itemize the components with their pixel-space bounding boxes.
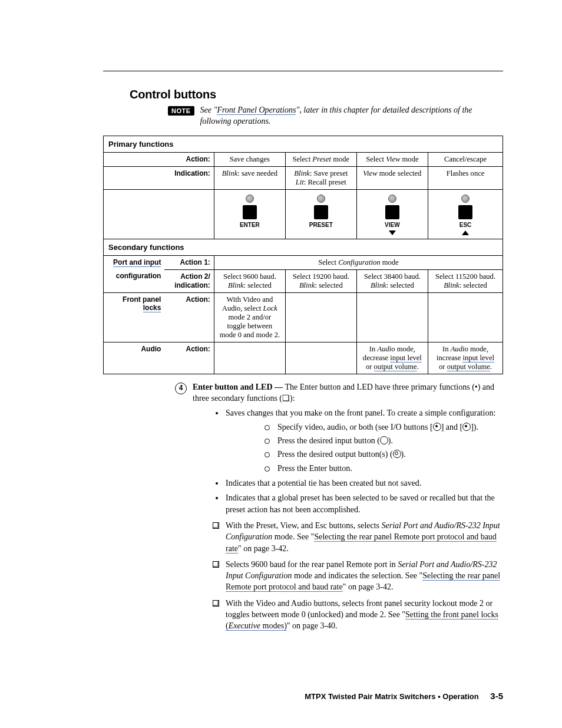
- note-text: See "Front Panel Operations", later in t…: [200, 105, 503, 127]
- sq-locks: With the Video and Audio buttons, select…: [224, 598, 503, 632]
- io-button-7-icon[interactable]: [462, 423, 471, 431]
- step-output: Press the desired output button(s) ().: [275, 449, 503, 460]
- top-rule: [103, 71, 503, 71]
- primary-action-enter: Save changes: [214, 152, 285, 166]
- bullet-save: Saves changes that you make on the front…: [224, 407, 503, 474]
- secondary-action1: Select Configuration mode: [214, 255, 503, 269]
- output-button-icon[interactable]: [393, 450, 401, 458]
- page: Control buttons NOTE See "Front Panel Op…: [0, 0, 562, 728]
- note-link[interactable]: Front Panel Operations: [217, 106, 296, 115]
- bullet-global-preset: Indicates that a global preset has been …: [224, 492, 503, 515]
- action2-label: Action 2/indication:: [164, 269, 214, 292]
- step-input: Press the desired input button ().: [275, 435, 503, 446]
- led-icon: [461, 195, 470, 203]
- action-label: Action:: [164, 152, 214, 166]
- primary-action-view: Select View mode: [356, 152, 428, 166]
- indication-label: Indication:: [164, 166, 214, 189]
- locks-action: With Video andAudio, select Lockmode 2 a…: [214, 292, 285, 342]
- front-panel-locks-label: Front panellocks: [104, 292, 165, 342]
- audio-esc-action: In Audio mode,increase input levelor out…: [428, 342, 503, 374]
- button-preset: PRESET: [285, 189, 356, 239]
- secondary-functions-header: Secondary functions: [104, 239, 503, 255]
- button-enter: ENTER: [214, 189, 285, 239]
- key-icon: [385, 205, 399, 219]
- audio-label: Audio: [104, 342, 165, 374]
- functions-table: Primary functions Action: Save changes S…: [103, 136, 503, 374]
- button-view: VIEW: [356, 189, 428, 239]
- step-enter: Press the Enter button.: [275, 463, 503, 474]
- item-number: 4: [175, 383, 187, 394]
- primary-bullets: Saves changes that you make on the front…: [193, 407, 503, 515]
- button-esc: ESC: [428, 189, 503, 239]
- primary-action-esc: Cancel/escape: [428, 152, 503, 166]
- audio-view-action: In Audio mode,decrease input levelor out…: [356, 342, 428, 374]
- key-icon: [243, 205, 257, 219]
- key-icon: [314, 205, 328, 219]
- io-button-6-icon[interactable]: [433, 423, 441, 431]
- note-badge: NOTE: [168, 106, 194, 116]
- sq-9600-baud: Selects 9600 baud for the rear panel Rem…: [224, 559, 503, 593]
- note: NOTE See "Front Panel Operations", later…: [168, 105, 503, 127]
- sub-steps: Specify video, audio, or both (see I/O b…: [226, 421, 503, 474]
- configuration-label: configuration: [104, 269, 165, 292]
- page-number: 3-5: [490, 691, 503, 701]
- port-input-label: Port and input: [104, 255, 165, 269]
- item-4: 4 Enter button and LED — The Enter butto…: [175, 381, 503, 637]
- baud-38400: Select 38400 baud.Blink: selected: [356, 269, 428, 292]
- footer: MTPX Twisted Pair Matrix Switchers • Ope…: [305, 691, 503, 701]
- primary-ind-preset: Blink: Save presetLit: Recall preset: [285, 166, 356, 189]
- primary-ind-enter: Blink: save needed: [214, 166, 285, 189]
- bullet-potential-tie: Indicates that a potential tie has been …: [224, 477, 503, 489]
- input-button-icon[interactable]: [380, 436, 388, 444]
- baud-19200: Select 19200 baud.Blink: selected: [285, 269, 356, 292]
- led-icon: [317, 195, 325, 203]
- section-heading: Control buttons: [130, 88, 503, 101]
- action1-label: Action 1:: [164, 255, 214, 269]
- baud-115200: Select 115200 baud.Blink: selected: [428, 269, 503, 292]
- secondary-bullets: With the Preset, View, and Esc buttons, …: [193, 520, 503, 632]
- item-lead: Enter button and LED —: [193, 383, 285, 391]
- led-icon: [388, 195, 396, 203]
- led-icon: [246, 195, 254, 203]
- primary-ind-view: View mode selected: [356, 166, 428, 189]
- key-icon: [458, 205, 472, 219]
- primary-action-preset: Select Preset mode: [285, 152, 356, 166]
- primary-ind-esc: Flashes once: [428, 166, 503, 189]
- primary-functions-header: Primary functions: [104, 136, 503, 152]
- triangle-up-icon: [462, 230, 469, 235]
- baud-9600: Select 9600 baud.Blink: selected: [214, 269, 285, 292]
- sq-config-mode: With the Preset, View, and Esc buttons, …: [224, 520, 503, 554]
- step-specify: Specify video, audio, or both (see I/O b…: [275, 421, 503, 433]
- triangle-down-icon: [389, 230, 396, 235]
- footer-title: MTPX Twisted Pair Matrix Switchers • Ope…: [305, 692, 478, 701]
- item-body: Enter button and LED — The Enter button …: [193, 381, 503, 637]
